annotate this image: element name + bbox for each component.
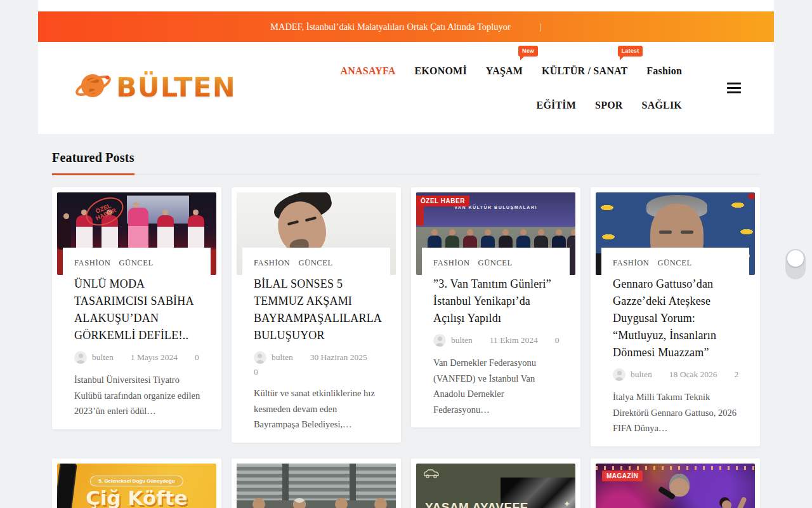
ticker-headline: MADEF, İstanbul’daki Malatyalıları Ortak… xyxy=(270,22,511,32)
post-excerpt: Van Dernekler Federasyonu (VANFED) ve İs… xyxy=(433,355,561,417)
post-meta: bulten 30 Haziran 2025 0 xyxy=(254,351,381,377)
post-comments-count[interactable]: 0 xyxy=(254,367,258,377)
toggle-knob[interactable] xyxy=(787,250,804,267)
post-categories: FASHİON GÜNCEL xyxy=(74,258,202,268)
car-icon xyxy=(422,469,440,481)
post-author[interactable]: bulten xyxy=(92,352,114,363)
post-excerpt: İtalya Milli Takımı Teknik Direktörü Gen… xyxy=(613,389,740,436)
ticker-separator: | xyxy=(540,22,542,32)
nav-badge-new: New xyxy=(518,46,538,57)
post-title: Gennaro Gattuso’dan Gazze’deki Ateşkese … xyxy=(613,276,740,361)
post-image[interactable]: 5. Geleneksel Doğu Güneydoğu Çiğ Köfte F… xyxy=(57,464,216,508)
post-card: VAN KÜLTÜR BULUŞMALARI ÖZEL HABER FASHİO… xyxy=(411,187,580,427)
post-card: ÖZELHABER FASHİON GÜNCEL ÜNLÜ MODA TASAR… xyxy=(52,187,221,429)
news-ticker: MADEF, İstanbul’daki Malatyalıları Ortak… xyxy=(38,11,774,42)
post-image[interactable]: YASAM AYAVEFE ✦ ✦ xyxy=(416,464,575,508)
main-content: Featured Posts ÖZELHABER FASHİON GÜNCEL xyxy=(52,134,760,508)
section-title: Featured Posts xyxy=(52,150,134,175)
post-comments-count[interactable]: 0 xyxy=(555,335,560,345)
post-categories: FASHİON GÜNCEL xyxy=(613,258,740,268)
post-author[interactable]: bulten xyxy=(451,335,473,345)
post-categories: FASHİON GÜNCEL xyxy=(433,258,561,268)
post-meta: bulten 11 Ekim 2024 0 xyxy=(433,334,561,347)
post-date: 30 Haziran 2025 xyxy=(310,352,367,363)
author-avatar xyxy=(254,351,266,364)
nav-item-fashion[interactable]: Fashion xyxy=(646,61,682,81)
globe-icon xyxy=(74,69,114,105)
festival-badge: 5. Geleneksel Doğu Güneydoğu xyxy=(90,476,183,486)
ticker-headline-link[interactable]: MADEF, İstanbul’daki Malatyalıları Ortak… xyxy=(270,22,511,32)
nav-item-yasam[interactable]: YAŞAMNew xyxy=(486,61,523,81)
main-nav: ANASAYFA EKONOMİ YAŞAMNew KÜLTÜR / SANAT… xyxy=(291,61,682,115)
post-author[interactable]: bulten xyxy=(272,352,293,363)
magazin-badge: MAGAZİN xyxy=(602,471,643,481)
post-image[interactable] xyxy=(237,464,396,508)
scroll-toggle-widget[interactable] xyxy=(785,249,806,279)
post-image[interactable]: MAGAZİN xyxy=(596,464,755,508)
author-avatar xyxy=(433,334,446,347)
yasam-ayavefe-title: YASAM AYAVEFE xyxy=(425,500,528,508)
nav-item-ekonomi[interactable]: EKONOMİ xyxy=(415,61,467,81)
post-title: BİLAL SONSES 5 TEMMUZ AKŞAMI BAYRAMPAŞAL… xyxy=(254,276,381,344)
nav-item-egitim[interactable]: EĞİTİM xyxy=(537,95,577,115)
post-date: 11 Ekim 2024 xyxy=(490,335,538,345)
site-title: BÜLTEN xyxy=(116,71,236,103)
nav-item-anasayfa[interactable]: ANASAYFA xyxy=(341,61,396,81)
site-logo[interactable]: BÜLTEN xyxy=(74,69,236,105)
post-date: 18 Ocak 2026 xyxy=(669,370,717,380)
featured-posts-section-head: Featured Posts xyxy=(52,150,760,175)
nav-badge-latest: Latest xyxy=(618,46,643,57)
post-card xyxy=(232,458,401,508)
post-card: FASHİON GÜNCEL BİLAL SONSES 5 TEMMUZ AKŞ… xyxy=(232,187,401,443)
main-header: BÜLTEN ANASAYFA EKONOMİ YAŞAMNew KÜLTÜR … xyxy=(38,42,774,134)
post-excerpt: Kültür ve sanat etkinliklerine hız kesme… xyxy=(254,385,381,432)
post-title: ÜNLÜ MODA TASARIMCISI SABİHA ALAKUŞU’DAN… xyxy=(74,276,202,344)
author-avatar xyxy=(613,368,625,381)
post-categories: FASHİON GÜNCEL xyxy=(254,258,381,268)
featured-posts-grid: ÖZELHABER FASHİON GÜNCEL ÜNLÜ MODA TASAR… xyxy=(52,187,760,508)
nav-item-kultur-sanat[interactable]: KÜLTÜR / SANATLatest xyxy=(542,61,627,81)
post-date: 1 Mayıs 2024 xyxy=(131,352,178,363)
festival-title: Çiğ Köfte xyxy=(57,486,216,508)
post-comments-count[interactable]: 2 xyxy=(735,370,739,380)
post-author[interactable]: bulten xyxy=(631,370,652,380)
post-card: MAGAZİN xyxy=(591,458,760,508)
nav-item-spor[interactable]: SPOR xyxy=(595,95,622,115)
hamburger-menu-icon[interactable] xyxy=(727,83,741,96)
nav-item-saglik[interactable]: SAĞLIK xyxy=(642,95,682,115)
post-card: FASHİON GÜNCEL Gennaro Gattuso’dan Gazze… xyxy=(591,187,760,446)
post-card: 5. Geleneksel Doğu Güneydoğu Çiğ Köfte F… xyxy=(52,458,221,508)
ozel-haber-label: ÖZEL HABER xyxy=(416,196,469,206)
post-comments-count[interactable]: 0 xyxy=(195,352,199,363)
post-title: ”3. Van Tanıtım Günleri” İstanbul Yenika… xyxy=(433,276,561,327)
post-card: YASAM AYAVEFE ✦ ✦ xyxy=(411,458,580,508)
post-meta: bulten 1 Mayıs 2024 0 xyxy=(74,351,202,364)
post-meta: bulten 18 Ocak 2026 2 xyxy=(613,368,740,381)
author-avatar xyxy=(74,351,87,364)
site-header-area: MADEF, İstanbul’daki Malatyalıları Ortak… xyxy=(38,0,774,134)
post-excerpt: İstanbul Üniversitesi Tiyatro Kulübü tar… xyxy=(74,372,202,419)
